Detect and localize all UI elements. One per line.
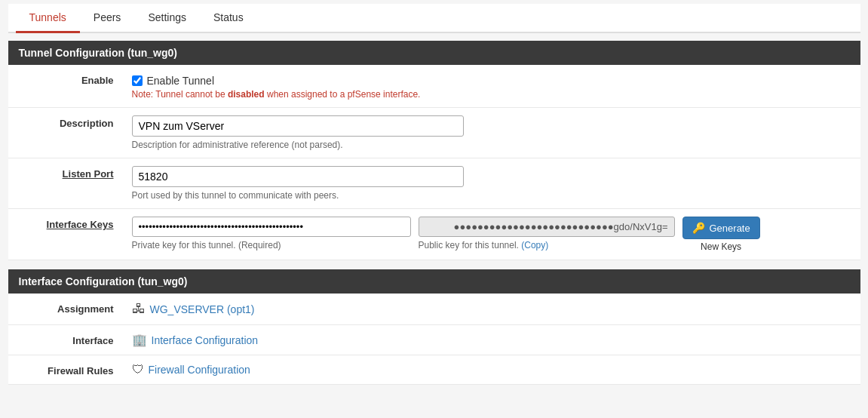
tab-status[interactable]: Status [200,4,257,33]
description-content: Description for administrative reference… [129,108,860,158]
network-icon: 🖧 [132,301,146,317]
shield-icon: 🛡 [132,363,144,377]
firewall-label: Firewall Rules [8,355,129,385]
building-icon: 🏢 [132,333,147,347]
enable-checkbox-label: Enable Tunnel [147,75,215,87]
interface-keys-row: Interface Keys Private key for this tunn… [8,209,860,260]
listen-port-label: Listen Port [8,158,129,209]
private-key-group: Private key for this tunnel. (Required) [132,217,411,250]
firewall-row: Firewall Rules 🛡 Firewall Configuration [8,355,860,385]
assignment-link[interactable]: 🖧 WG_VSERVER (opt1) [132,301,850,317]
description-help: Description for administrative reference… [132,140,850,150]
generate-keys-button[interactable]: 🔑 Generate [682,217,760,239]
interface-config-header: Interface Configuration (tun_wg0) [8,269,860,294]
interface-config-link[interactable]: 🏢 Interface Configuration [132,333,850,347]
new-keys-label: New Keys [701,241,741,252]
enable-checkbox[interactable] [132,75,143,86]
public-key-group: Public key for this tunnel. (Copy) [419,217,675,250]
enable-note: Note: Tunnel cannot be disabled when ass… [132,89,850,100]
listen-port-content: Port used by this tunnel to communicate … [129,158,860,209]
tab-tunnels[interactable]: Tunnels [16,4,80,33]
description-input[interactable] [132,115,464,137]
listen-port-help: Port used by this tunnel to communicate … [132,190,850,201]
copy-public-key-link[interactable]: (Copy) [521,240,548,250]
interface-config-table: Assignment 🖧 WG_VSERVER (opt1) Interface… [8,294,860,385]
tab-peers[interactable]: Peers [80,4,135,33]
interface-keys-label: Interface Keys [8,209,129,260]
generate-wrap: 🔑 Generate New Keys [682,217,760,252]
listen-port-row: Listen Port Port used by this tunnel to … [8,158,860,209]
description-row: Description Description for administrati… [8,108,860,158]
private-key-input[interactable] [132,217,411,237]
assignment-label: Assignment [8,294,129,325]
enable-label: Enable [8,65,129,108]
enable-checkbox-row: Enable Tunnel [132,75,850,87]
interface-row: Interface 🏢 Interface Configuration [8,325,860,355]
assignment-row: Assignment 🖧 WG_VSERVER (opt1) [8,294,860,325]
interface-label: Interface [8,325,129,355]
key-icon: 🔑 [692,222,705,234]
interface-keys-content: Private key for this tunnel. (Required) … [129,209,860,260]
enable-row: Enable Enable Tunnel Note: Tunnel cannot… [8,65,860,108]
interface-content: 🏢 Interface Configuration [129,325,860,355]
description-label: Description [8,108,129,158]
tunnel-config-header: Tunnel Configuration (tun_wg0) [8,41,860,65]
firewall-content: 🛡 Firewall Configuration [129,355,860,385]
tunnel-config-table: Enable Enable Tunnel Note: Tunnel cannot… [8,65,860,260]
public-key-input [419,217,675,237]
nav-tabs: Tunnels Peers Settings Status [8,4,860,33]
keys-row: Private key for this tunnel. (Required) … [132,217,850,252]
firewall-config-link[interactable]: 🛡 Firewall Configuration [132,363,850,377]
assignment-content: 🖧 WG_VSERVER (opt1) [129,294,860,325]
private-key-help: Private key for this tunnel. (Required) [132,240,411,250]
enable-content: Enable Tunnel Note: Tunnel cannot be dis… [129,65,860,108]
tab-settings[interactable]: Settings [134,4,200,33]
listen-port-input[interactable] [132,166,464,187]
public-key-help: Public key for this tunnel. (Copy) [419,240,675,250]
